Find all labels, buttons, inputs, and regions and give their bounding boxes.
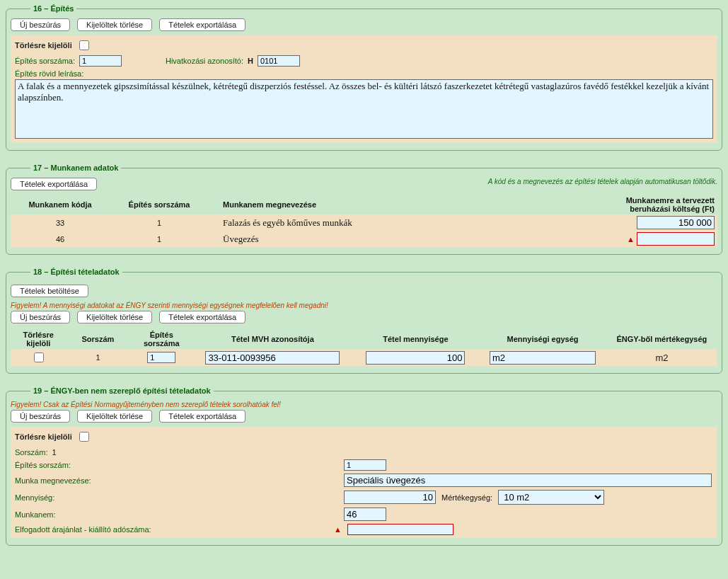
export-items-button[interactable]: Tételek exportálása (159, 18, 245, 31)
legend-16: 16 – Építés (30, 4, 76, 13)
tax-input-19[interactable] (347, 524, 453, 535)
mun-label-19: Munkanem: (15, 510, 344, 519)
cell-seq: 1 (110, 214, 209, 231)
col-seq: Építés sorszáma (110, 195, 209, 214)
cell-seq: 1 (110, 231, 209, 247)
unit-select-19[interactable]: 10 m2 (498, 490, 604, 505)
seq-label-19: Sorszám: 1 (15, 448, 344, 457)
error-icon: ▲ (334, 525, 342, 534)
mun-input-19[interactable] (344, 508, 386, 521)
col-bseq: Építés sorszáma (129, 329, 193, 349)
row-seq: 1 (67, 349, 130, 366)
ref-id-input[interactable] (258, 55, 300, 67)
tax-label-19: Elfogadott árajánlat - kiállító adószáma… (15, 525, 344, 534)
mark-row-checkbox[interactable] (34, 352, 44, 362)
table-row: 461Üvegezés▲ (11, 231, 717, 247)
export-items-button-18[interactable]: Tételek exportálása (159, 311, 245, 323)
mark-delete-checkbox-19[interactable] (79, 432, 89, 442)
col-engy: ÉNGY-ből mértékegység (606, 329, 717, 349)
desc-textarea[interactable]: A falak és a mennyezetek gipszsimítással… (15, 79, 713, 139)
col-mvh: Tétel MVH azonosítója (193, 329, 352, 349)
warn-19: Figyelem! Csak az Építési Normagyűjtemén… (11, 401, 717, 408)
legend-18: 18 – Építési tételadatok (30, 268, 122, 276)
munkanem-table: Munkanem kódja Építés sorszáma Munkanem … (11, 195, 717, 247)
mark-delete-label: Törlésre kijelöli (15, 41, 72, 50)
col-code: Munkanem kódja (11, 195, 110, 214)
bseq-label-19: Építés sorszám: (15, 461, 344, 469)
col-qty: Tétel mennyisége (352, 329, 480, 349)
row-engy: m2 (606, 349, 717, 366)
col-unit: Mennyiségi egység (479, 329, 606, 349)
row-mvh-input[interactable] (205, 351, 340, 365)
table-row: 331Falazás és egyéb kőműves munkák (11, 214, 717, 231)
load-items-button[interactable]: Tételek betöltése (11, 285, 88, 297)
build-seq-input[interactable] (79, 55, 122, 67)
desc-label: Építés rövid leírása: (15, 69, 713, 78)
section-16-epites: 16 – Építés Új beszúrás Kijelöltek törlé… (6, 4, 722, 151)
section-17-munkanem: 17 – Munkanem adatok Tételek exportálása… (6, 164, 722, 255)
cost-input[interactable] (637, 216, 715, 229)
cell-code: 46 (11, 231, 110, 247)
tetel-table: Törlésre kijelöli Sorszám Építés sorszám… (11, 329, 717, 366)
error-icon: ▲ (627, 235, 635, 243)
col-mark: Törlésre kijelöli (11, 329, 67, 349)
row-unit-input[interactable] (490, 351, 596, 365)
delete-selected-button-18[interactable]: Kijelöltek törlése (77, 311, 152, 323)
cell-code: 33 (11, 214, 110, 231)
new-insert-button-19[interactable]: Új beszúrás (11, 410, 70, 423)
new-insert-button-18[interactable]: Új beszúrás (11, 311, 70, 323)
col-cost: Munkanemre a tervezett beruházási költsé… (583, 195, 717, 214)
bseq-input-19[interactable] (344, 459, 386, 471)
build-seq-label: Építés sorszáma: (15, 57, 75, 65)
cell-name: Falazás és egyéb kőműves munkák (209, 214, 583, 231)
wname-label-19: Munka megnevezése: (15, 476, 344, 485)
legend-17: 17 – Munkanem adatok (30, 164, 121, 172)
auto-fill-note: A kód és a megnevezés az építési tételek… (488, 178, 717, 185)
section-19-engy: 19 – ÉNGY-ben nem szereplő építési tétel… (6, 386, 722, 546)
legend-19: 19 – ÉNGY-ben nem szereplő építési tétel… (30, 386, 214, 395)
qty-label-19: Mennyiség: (15, 493, 344, 502)
table-row: 1 m2 (11, 349, 717, 366)
col-name: Munkanem megnevezése (209, 195, 583, 214)
ref-id-label: Hivatkozási azonosító: (166, 57, 243, 65)
ref-h-prefix: H (248, 57, 253, 65)
row-qty-input[interactable] (366, 351, 465, 365)
export-items-button-19[interactable]: Tételek exportálása (159, 410, 245, 423)
new-insert-button[interactable]: Új beszúrás (11, 18, 70, 31)
mark-delete-label-19: Törlésre kijelöli (15, 432, 72, 441)
mark-delete-checkbox[interactable] (79, 40, 89, 50)
wname-input-19[interactable] (344, 474, 712, 487)
unit-label-19: Mértékegység: (441, 493, 492, 502)
warn-18: Figyelem! A mennyiségi adatokat az ÉNGY … (11, 302, 717, 309)
delete-selected-button-19[interactable]: Kijelöltek törlése (77, 410, 152, 423)
section-18-tetelek: 18 – Építési tételadatok Tételek betölté… (6, 268, 722, 374)
qty-input-19[interactable] (344, 491, 436, 504)
cell-name: Üvegezés (209, 231, 583, 247)
delete-selected-button[interactable]: Kijelöltek törlése (77, 18, 152, 31)
export-items-button-17[interactable]: Tételek exportálása (11, 178, 97, 190)
col-seq: Sorszám (67, 329, 130, 349)
cost-input[interactable] (637, 232, 715, 246)
row-bseq-input[interactable] (147, 352, 175, 363)
